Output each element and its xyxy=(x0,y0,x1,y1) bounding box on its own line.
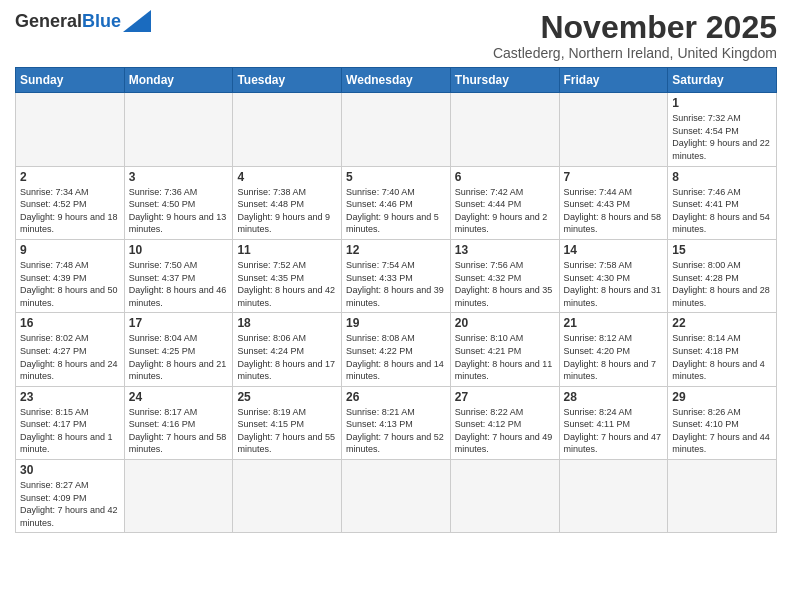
calendar-cell: 8Sunrise: 7:46 AM Sunset: 4:41 PM Daylig… xyxy=(668,166,777,239)
calendar-cell: 7Sunrise: 7:44 AM Sunset: 4:43 PM Daylig… xyxy=(559,166,668,239)
day-info: Sunrise: 8:10 AM Sunset: 4:21 PM Dayligh… xyxy=(455,332,555,382)
day-info: Sunrise: 8:15 AM Sunset: 4:17 PM Dayligh… xyxy=(20,406,120,456)
day-info: Sunrise: 8:17 AM Sunset: 4:16 PM Dayligh… xyxy=(129,406,229,456)
calendar-cell xyxy=(450,93,559,166)
day-number: 18 xyxy=(237,316,337,330)
calendar-cell: 11Sunrise: 7:52 AM Sunset: 4:35 PM Dayli… xyxy=(233,239,342,312)
calendar-cell: 24Sunrise: 8:17 AM Sunset: 4:16 PM Dayli… xyxy=(124,386,233,459)
calendar-cell xyxy=(124,460,233,533)
calendar-table: Sunday Monday Tuesday Wednesday Thursday… xyxy=(15,67,777,533)
day-number: 11 xyxy=(237,243,337,257)
calendar-cell xyxy=(342,460,451,533)
day-number: 23 xyxy=(20,390,120,404)
day-info: Sunrise: 7:42 AM Sunset: 4:44 PM Dayligh… xyxy=(455,186,555,236)
day-number: 2 xyxy=(20,170,120,184)
day-number: 24 xyxy=(129,390,229,404)
calendar-cell xyxy=(559,460,668,533)
day-number: 22 xyxy=(672,316,772,330)
calendar-cell: 18Sunrise: 8:06 AM Sunset: 4:24 PM Dayli… xyxy=(233,313,342,386)
day-number: 9 xyxy=(20,243,120,257)
day-number: 19 xyxy=(346,316,446,330)
calendar-cell: 15Sunrise: 8:00 AM Sunset: 4:28 PM Dayli… xyxy=(668,239,777,312)
calendar-cell xyxy=(233,460,342,533)
day-number: 4 xyxy=(237,170,337,184)
logo-general: General xyxy=(15,11,82,31)
day-info: Sunrise: 8:22 AM Sunset: 4:12 PM Dayligh… xyxy=(455,406,555,456)
calendar-cell: 22Sunrise: 8:14 AM Sunset: 4:18 PM Dayli… xyxy=(668,313,777,386)
calendar-week-4: 23Sunrise: 8:15 AM Sunset: 4:17 PM Dayli… xyxy=(16,386,777,459)
calendar-cell xyxy=(16,93,125,166)
col-wednesday: Wednesday xyxy=(342,68,451,93)
svg-marker-0 xyxy=(123,10,151,32)
day-info: Sunrise: 8:26 AM Sunset: 4:10 PM Dayligh… xyxy=(672,406,772,456)
day-number: 7 xyxy=(564,170,664,184)
calendar-cell xyxy=(450,460,559,533)
day-info: Sunrise: 7:50 AM Sunset: 4:37 PM Dayligh… xyxy=(129,259,229,309)
title-block: November 2025 Castlederg, Northern Irela… xyxy=(493,10,777,61)
day-number: 12 xyxy=(346,243,446,257)
calendar-week-2: 9Sunrise: 7:48 AM Sunset: 4:39 PM Daylig… xyxy=(16,239,777,312)
day-info: Sunrise: 8:06 AM Sunset: 4:24 PM Dayligh… xyxy=(237,332,337,382)
day-info: Sunrise: 8:02 AM Sunset: 4:27 PM Dayligh… xyxy=(20,332,120,382)
day-number: 14 xyxy=(564,243,664,257)
calendar-cell xyxy=(233,93,342,166)
day-number: 1 xyxy=(672,96,772,110)
day-info: Sunrise: 8:08 AM Sunset: 4:22 PM Dayligh… xyxy=(346,332,446,382)
day-info: Sunrise: 7:36 AM Sunset: 4:50 PM Dayligh… xyxy=(129,186,229,236)
day-number: 21 xyxy=(564,316,664,330)
day-info: Sunrise: 7:52 AM Sunset: 4:35 PM Dayligh… xyxy=(237,259,337,309)
day-info: Sunrise: 8:19 AM Sunset: 4:15 PM Dayligh… xyxy=(237,406,337,456)
day-number: 3 xyxy=(129,170,229,184)
day-info: Sunrise: 7:54 AM Sunset: 4:33 PM Dayligh… xyxy=(346,259,446,309)
day-number: 30 xyxy=(20,463,120,477)
day-number: 13 xyxy=(455,243,555,257)
calendar-cell: 13Sunrise: 7:56 AM Sunset: 4:32 PM Dayli… xyxy=(450,239,559,312)
calendar-cell: 30Sunrise: 8:27 AM Sunset: 4:09 PM Dayli… xyxy=(16,460,125,533)
day-info: Sunrise: 8:00 AM Sunset: 4:28 PM Dayligh… xyxy=(672,259,772,309)
day-number: 15 xyxy=(672,243,772,257)
day-number: 10 xyxy=(129,243,229,257)
col-friday: Friday xyxy=(559,68,668,93)
calendar-cell: 28Sunrise: 8:24 AM Sunset: 4:11 PM Dayli… xyxy=(559,386,668,459)
calendar-cell: 2Sunrise: 7:34 AM Sunset: 4:52 PM Daylig… xyxy=(16,166,125,239)
day-number: 8 xyxy=(672,170,772,184)
header: GeneralBlue November 2025 Castlederg, No… xyxy=(15,10,777,61)
calendar-header: Sunday Monday Tuesday Wednesday Thursday… xyxy=(16,68,777,93)
day-number: 17 xyxy=(129,316,229,330)
calendar-cell: 29Sunrise: 8:26 AM Sunset: 4:10 PM Dayli… xyxy=(668,386,777,459)
calendar-cell xyxy=(124,93,233,166)
day-number: 6 xyxy=(455,170,555,184)
day-number: 25 xyxy=(237,390,337,404)
col-saturday: Saturday xyxy=(668,68,777,93)
calendar-cell: 20Sunrise: 8:10 AM Sunset: 4:21 PM Dayli… xyxy=(450,313,559,386)
calendar-cell xyxy=(559,93,668,166)
calendar-body: 1Sunrise: 7:32 AM Sunset: 4:54 PM Daylig… xyxy=(16,93,777,533)
calendar-cell: 19Sunrise: 8:08 AM Sunset: 4:22 PM Dayli… xyxy=(342,313,451,386)
col-tuesday: Tuesday xyxy=(233,68,342,93)
day-number: 26 xyxy=(346,390,446,404)
calendar-cell: 1Sunrise: 7:32 AM Sunset: 4:54 PM Daylig… xyxy=(668,93,777,166)
logo: GeneralBlue xyxy=(15,10,151,32)
day-number: 16 xyxy=(20,316,120,330)
calendar-cell: 12Sunrise: 7:54 AM Sunset: 4:33 PM Dayli… xyxy=(342,239,451,312)
logo-icon xyxy=(123,10,151,32)
col-sunday: Sunday xyxy=(16,68,125,93)
calendar-cell: 10Sunrise: 7:50 AM Sunset: 4:37 PM Dayli… xyxy=(124,239,233,312)
day-number: 29 xyxy=(672,390,772,404)
calendar-cell: 26Sunrise: 8:21 AM Sunset: 4:13 PM Dayli… xyxy=(342,386,451,459)
col-thursday: Thursday xyxy=(450,68,559,93)
logo-text: GeneralBlue xyxy=(15,12,121,30)
calendar-week-1: 2Sunrise: 7:34 AM Sunset: 4:52 PM Daylig… xyxy=(16,166,777,239)
logo-blue: Blue xyxy=(82,11,121,31)
calendar-cell xyxy=(668,460,777,533)
day-info: Sunrise: 7:38 AM Sunset: 4:48 PM Dayligh… xyxy=(237,186,337,236)
day-info: Sunrise: 7:44 AM Sunset: 4:43 PM Dayligh… xyxy=(564,186,664,236)
page: GeneralBlue November 2025 Castlederg, No… xyxy=(0,0,792,612)
calendar-cell xyxy=(342,93,451,166)
day-info: Sunrise: 8:04 AM Sunset: 4:25 PM Dayligh… xyxy=(129,332,229,382)
calendar-cell: 9Sunrise: 7:48 AM Sunset: 4:39 PM Daylig… xyxy=(16,239,125,312)
day-info: Sunrise: 8:27 AM Sunset: 4:09 PM Dayligh… xyxy=(20,479,120,529)
calendar-cell: 4Sunrise: 7:38 AM Sunset: 4:48 PM Daylig… xyxy=(233,166,342,239)
day-number: 28 xyxy=(564,390,664,404)
day-info: Sunrise: 7:56 AM Sunset: 4:32 PM Dayligh… xyxy=(455,259,555,309)
